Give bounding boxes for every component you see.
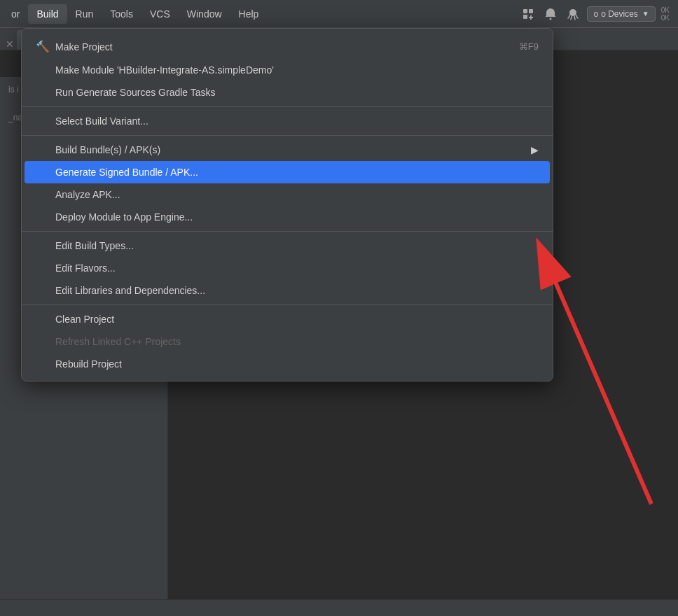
submenu-arrow-icon: ▶	[531, 144, 539, 155]
menu-make-project[interactable]: 🔨 Make Project ⌘F9	[22, 34, 553, 59]
menu-generate-signed[interactable]: Generate Signed Bundle / APK...	[25, 161, 550, 183]
menu-item-build[interactable]: Build	[28, 4, 67, 24]
menu-item-run[interactable]: Run	[67, 4, 102, 24]
menu-edit-flavors[interactable]: Edit Flavors...	[22, 257, 553, 279]
separator-4	[22, 304, 553, 305]
menu-edit-build-types[interactable]: Edit Build Types...	[22, 234, 553, 257]
make-project-icon: 🔨	[36, 40, 50, 53]
svg-rect-1	[529, 9, 533, 13]
menu-run-generate[interactable]: Run Generate Sources Gradle Tasks	[22, 81, 553, 104]
menu-select-variant[interactable]: Select Build Variant...	[22, 110, 553, 132]
menu-bar: or Build Run Tools VCS Window Help	[0, 0, 678, 28]
separator-2	[22, 135, 553, 136]
menu-analyze-apk[interactable]: Analyze APK...	[22, 183, 553, 206]
close-panel-button[interactable]: ✕	[6, 38, 14, 50]
menu-item-or[interactable]: or	[3, 4, 28, 24]
menu-item-tools[interactable]: Tools	[102, 4, 141, 24]
svg-point-3	[550, 18, 552, 20]
menu-bar-right: o o Devices ▼ 0K 0K	[520, 6, 678, 22]
menu-make-module[interactable]: Make Module 'HBuilder-Integrate-AS.simpl…	[22, 59, 553, 81]
menu-item-help[interactable]: Help	[230, 4, 268, 24]
separator-3	[22, 231, 553, 232]
menu-refresh-cpp: Refresh Linked C++ Projects	[22, 330, 553, 353]
menu-edit-libraries[interactable]: Edit Libraries and Dependencies...	[22, 279, 553, 302]
devices-button[interactable]: o o Devices ▼	[587, 6, 655, 22]
menu-build-bundle[interactable]: Build Bundle(s) / APK(s) ▶	[22, 139, 553, 161]
chevron-down-icon: ▼	[642, 10, 649, 18]
menu-item-vcs[interactable]: VCS	[141, 4, 179, 24]
menu-deploy-module[interactable]: Deploy Module to App Engine...	[22, 206, 553, 228]
vcs-icon[interactable]	[565, 6, 581, 22]
svg-rect-0	[523, 9, 527, 13]
menu-item-window[interactable]: Window	[179, 4, 230, 24]
plugin-icon[interactable]	[520, 6, 537, 22]
svg-rect-2	[523, 15, 527, 19]
memory-indicator: 0K 0K	[661, 6, 670, 22]
separator-1	[22, 106, 553, 107]
status-bar	[0, 599, 678, 616]
menu-clean-project[interactable]: Clean Project	[22, 308, 553, 330]
menu-rebuild-project[interactable]: Rebuild Project	[22, 353, 553, 375]
notification-icon[interactable]	[542, 6, 559, 22]
build-dropdown-menu: 🔨 Make Project ⌘F9 Make Module 'HBuilder…	[21, 28, 553, 382]
